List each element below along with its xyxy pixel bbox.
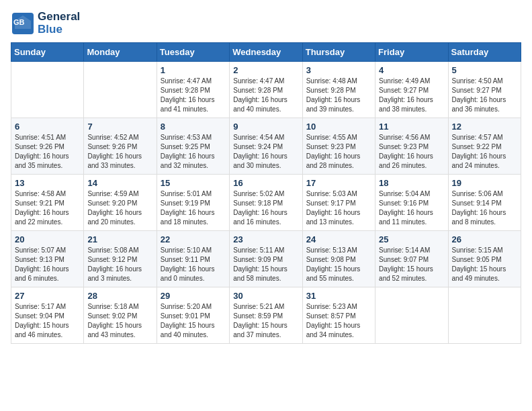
day-details: Sunrise: 5:06 AM Sunset: 9:14 PM Dayligh… [452, 189, 517, 227]
day-number: 28 [87, 291, 152, 301]
day-details: Sunrise: 4:50 AM Sunset: 9:27 PM Dayligh… [452, 77, 517, 114]
day-details: Sunrise: 5:14 AM Sunset: 9:07 PM Dayligh… [379, 246, 444, 283]
calendar-week-row: 1Sunrise: 4:47 AM Sunset: 9:28 PM Daylig… [11, 62, 521, 118]
calendar-cell: 5Sunrise: 4:50 AM Sunset: 9:27 PM Daylig… [448, 62, 521, 118]
weekday-header: Saturday [448, 43, 521, 62]
day-number: 9 [233, 122, 298, 132]
day-details: Sunrise: 4:58 AM Sunset: 9:21 PM Dayligh… [15, 189, 80, 227]
day-number: 6 [15, 122, 80, 132]
calendar-cell: 25Sunrise: 5:14 AM Sunset: 9:07 PM Dayli… [375, 231, 448, 287]
calendar-cell: 10Sunrise: 4:55 AM Sunset: 9:23 PM Dayli… [302, 118, 375, 175]
day-details: Sunrise: 4:47 AM Sunset: 9:28 PM Dayligh… [161, 77, 226, 114]
day-details: Sunrise: 5:10 AM Sunset: 9:11 PM Dayligh… [161, 246, 226, 283]
day-details: Sunrise: 5:11 AM Sunset: 9:09 PM Dayligh… [233, 246, 298, 283]
day-number: 8 [161, 122, 226, 132]
day-details: Sunrise: 4:57 AM Sunset: 9:22 PM Dayligh… [452, 133, 517, 171]
day-details: Sunrise: 5:03 AM Sunset: 9:17 PM Dayligh… [306, 189, 371, 227]
day-details: Sunrise: 5:20 AM Sunset: 9:01 PM Dayligh… [161, 302, 226, 340]
day-number: 4 [379, 65, 444, 75]
logo-text: GeneralBlue [38, 11, 80, 36]
day-number: 25 [379, 234, 444, 244]
calendar-week-row: 13Sunrise: 4:58 AM Sunset: 9:21 PM Dayli… [11, 175, 521, 231]
calendar-cell: 27Sunrise: 5:17 AM Sunset: 9:04 PM Dayli… [11, 287, 84, 344]
day-number: 29 [161, 291, 226, 301]
day-number: 3 [306, 65, 371, 75]
calendar-cell: 1Sunrise: 4:47 AM Sunset: 9:28 PM Daylig… [157, 62, 229, 118]
day-details: Sunrise: 5:13 AM Sunset: 9:08 PM Dayligh… [306, 246, 371, 283]
calendar-table: SundayMondayTuesdayWednesdayThursdayFrid… [11, 42, 521, 344]
weekday-header: Wednesday [230, 43, 302, 62]
day-details: Sunrise: 5:04 AM Sunset: 9:16 PM Dayligh… [379, 189, 444, 227]
calendar-cell: 20Sunrise: 5:07 AM Sunset: 9:13 PM Dayli… [11, 231, 84, 287]
day-number: 15 [161, 178, 226, 188]
calendar-cell: 11Sunrise: 4:56 AM Sunset: 9:23 PM Dayli… [375, 118, 448, 175]
logo-icon: GB [11, 11, 35, 36]
weekday-header: Sunday [11, 43, 84, 62]
day-number: 31 [306, 291, 371, 301]
calendar-week-row: 27Sunrise: 5:17 AM Sunset: 9:04 PM Dayli… [11, 287, 521, 344]
calendar-cell: 23Sunrise: 5:11 AM Sunset: 9:09 PM Dayli… [230, 231, 302, 287]
day-number: 20 [15, 234, 80, 244]
calendar-cell: 22Sunrise: 5:10 AM Sunset: 9:11 PM Dayli… [157, 231, 229, 287]
calendar-body: 1Sunrise: 4:47 AM Sunset: 9:28 PM Daylig… [11, 62, 521, 344]
day-number: 24 [306, 234, 371, 244]
day-number: 10 [306, 122, 371, 132]
day-number: 18 [379, 178, 444, 188]
day-details: Sunrise: 5:08 AM Sunset: 9:12 PM Dayligh… [87, 246, 152, 283]
calendar-cell [448, 287, 521, 344]
day-details: Sunrise: 4:51 AM Sunset: 9:26 PM Dayligh… [15, 133, 80, 171]
calendar-week-row: 20Sunrise: 5:07 AM Sunset: 9:13 PM Dayli… [11, 231, 521, 287]
calendar-cell: 19Sunrise: 5:06 AM Sunset: 9:14 PM Dayli… [448, 175, 521, 231]
day-number: 30 [233, 291, 298, 301]
calendar-cell: 14Sunrise: 4:59 AM Sunset: 9:20 PM Dayli… [84, 175, 157, 231]
weekday-header: Thursday [302, 43, 375, 62]
day-details: Sunrise: 4:59 AM Sunset: 9:20 PM Dayligh… [87, 189, 152, 227]
day-number: 22 [161, 234, 226, 244]
day-details: Sunrise: 4:53 AM Sunset: 9:25 PM Dayligh… [161, 133, 226, 171]
page-header: GB GeneralBlue [11, 11, 521, 36]
day-number: 17 [306, 178, 371, 188]
calendar-header-row: SundayMondayTuesdayWednesdayThursdayFrid… [11, 43, 521, 62]
calendar-cell: 3Sunrise: 4:48 AM Sunset: 9:28 PM Daylig… [302, 62, 375, 118]
day-number: 2 [233, 65, 298, 75]
calendar-cell: 9Sunrise: 4:54 AM Sunset: 9:24 PM Daylig… [230, 118, 302, 175]
day-number: 26 [452, 234, 517, 244]
day-details: Sunrise: 4:56 AM Sunset: 9:23 PM Dayligh… [379, 133, 444, 171]
calendar-cell: 16Sunrise: 5:02 AM Sunset: 9:18 PM Dayli… [230, 175, 302, 231]
day-number: 21 [87, 234, 152, 244]
calendar-cell [375, 287, 448, 344]
calendar-cell: 12Sunrise: 4:57 AM Sunset: 9:22 PM Dayli… [448, 118, 521, 175]
day-details: Sunrise: 4:48 AM Sunset: 9:28 PM Dayligh… [306, 77, 371, 114]
day-details: Sunrise: 5:02 AM Sunset: 9:18 PM Dayligh… [233, 189, 298, 227]
calendar-cell: 8Sunrise: 4:53 AM Sunset: 9:25 PM Daylig… [157, 118, 229, 175]
calendar-cell [11, 62, 84, 118]
calendar-cell: 15Sunrise: 5:01 AM Sunset: 9:19 PM Dayli… [157, 175, 229, 231]
day-details: Sunrise: 5:18 AM Sunset: 9:02 PM Dayligh… [87, 302, 152, 340]
calendar-cell: 13Sunrise: 4:58 AM Sunset: 9:21 PM Dayli… [11, 175, 84, 231]
day-details: Sunrise: 4:47 AM Sunset: 9:28 PM Dayligh… [233, 77, 298, 114]
day-number: 19 [452, 178, 517, 188]
day-number: 27 [15, 291, 80, 301]
calendar-cell: 2Sunrise: 4:47 AM Sunset: 9:28 PM Daylig… [230, 62, 302, 118]
weekday-header: Tuesday [157, 43, 229, 62]
day-number: 11 [379, 122, 444, 132]
calendar-cell: 28Sunrise: 5:18 AM Sunset: 9:02 PM Dayli… [84, 287, 157, 344]
day-number: 23 [233, 234, 298, 244]
calendar-cell: 24Sunrise: 5:13 AM Sunset: 9:08 PM Dayli… [302, 231, 375, 287]
calendar-cell: 17Sunrise: 5:03 AM Sunset: 9:17 PM Dayli… [302, 175, 375, 231]
calendar-cell: 6Sunrise: 4:51 AM Sunset: 9:26 PM Daylig… [11, 118, 84, 175]
logo: GB GeneralBlue [11, 11, 80, 36]
svg-text:GB: GB [13, 18, 25, 26]
weekday-header: Friday [375, 43, 448, 62]
calendar-cell: 4Sunrise: 4:49 AM Sunset: 9:27 PM Daylig… [375, 62, 448, 118]
calendar-cell: 30Sunrise: 5:21 AM Sunset: 8:59 PM Dayli… [230, 287, 302, 344]
day-number: 5 [452, 65, 517, 75]
day-number: 12 [452, 122, 517, 132]
calendar-week-row: 6Sunrise: 4:51 AM Sunset: 9:26 PM Daylig… [11, 118, 521, 175]
calendar-cell: 26Sunrise: 5:15 AM Sunset: 9:05 PM Dayli… [448, 231, 521, 287]
day-number: 14 [87, 178, 152, 188]
weekday-header: Monday [84, 43, 157, 62]
day-details: Sunrise: 5:23 AM Sunset: 8:57 PM Dayligh… [306, 302, 371, 340]
calendar-cell: 29Sunrise: 5:20 AM Sunset: 9:01 PM Dayli… [157, 287, 229, 344]
day-details: Sunrise: 5:21 AM Sunset: 8:59 PM Dayligh… [233, 302, 298, 340]
